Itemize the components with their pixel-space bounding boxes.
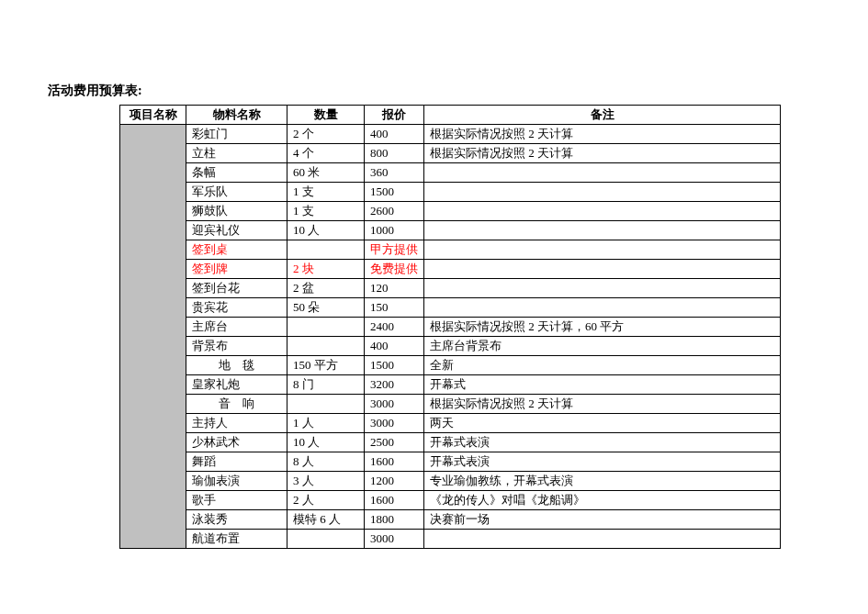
- remark-cell: [424, 298, 781, 318]
- remark-cell: [424, 183, 781, 202]
- budget-table: 项目名称 物料名称 数量 报价 备注 彩虹门2 个400根据实际情况按照 2 天…: [119, 105, 781, 549]
- price-cell: 1600: [365, 452, 424, 472]
- remark-cell: 专业瑜伽教练，开幕式表演: [424, 472, 781, 491]
- remark-cell: [424, 163, 781, 183]
- price-cell: 1500: [365, 356, 424, 375]
- qty-cell: 1 支: [287, 202, 365, 221]
- material-cell: 背景布: [186, 337, 287, 356]
- material-cell: 立柱: [186, 144, 287, 163]
- material-cell: 航道布置: [186, 530, 287, 549]
- remark-cell: 决赛前一场: [424, 510, 781, 530]
- table-row: 军乐队1 支1500: [120, 183, 781, 202]
- remark-cell: 开幕式表演: [424, 433, 781, 452]
- table-row: 主席台2400根据实际情况按照 2 天计算，60 平方: [120, 318, 781, 337]
- price-cell: 360: [365, 163, 424, 183]
- qty-cell: 8 人: [287, 452, 365, 472]
- material-cell: 地 毯: [186, 356, 287, 375]
- remark-cell: 两天: [424, 414, 781, 433]
- price-cell: 800: [365, 144, 424, 163]
- qty-cell: 10 人: [287, 433, 365, 452]
- table-row: 主持人1 人3000两天: [120, 414, 781, 433]
- table-row: 泳装秀模特 6 人1800决赛前一场: [120, 510, 781, 530]
- material-cell: 军乐队: [186, 183, 287, 202]
- price-cell: 400: [365, 125, 424, 144]
- price-cell: 1600: [365, 491, 424, 510]
- material-cell: 签到牌: [186, 260, 287, 279]
- table-row: 签到牌2 块免费提供: [120, 260, 781, 279]
- remark-cell: [424, 202, 781, 221]
- remark-cell: 开幕式: [424, 375, 781, 395]
- price-cell: 2600: [365, 202, 424, 221]
- price-cell: 1200: [365, 472, 424, 491]
- material-cell: 音 响: [186, 395, 287, 414]
- table-row: 地 毯150 平方1500全新: [120, 356, 781, 375]
- remark-cell: [424, 530, 781, 549]
- price-cell: 400: [365, 337, 424, 356]
- table-row: 音 响3000根据实际情况按照 2 天计算: [120, 395, 781, 414]
- material-cell: 泳装秀: [186, 510, 287, 530]
- qty-cell: 模特 6 人: [287, 510, 365, 530]
- table-row: 背景布400主席台背景布: [120, 337, 781, 356]
- qty-cell: 2 个: [287, 125, 365, 144]
- price-cell: 3000: [365, 414, 424, 433]
- table-row: 贵宾花50 朵150: [120, 298, 781, 318]
- remark-cell: [424, 279, 781, 298]
- table-row: 签到台花2 盆120: [120, 279, 781, 298]
- price-cell: 3000: [365, 530, 424, 549]
- table-row: 签到桌甲方提供: [120, 240, 781, 260]
- material-cell: 狮鼓队: [186, 202, 287, 221]
- qty-cell: [287, 337, 365, 356]
- material-cell: 瑜伽表演: [186, 472, 287, 491]
- remark-cell: 根据实际情况按照 2 天计算: [424, 144, 781, 163]
- qty-cell: 50 朵: [287, 298, 365, 318]
- qty-cell: 1 支: [287, 183, 365, 202]
- qty-cell: [287, 530, 365, 549]
- price-cell: 甲方提供: [365, 240, 424, 260]
- price-cell: 2500: [365, 433, 424, 452]
- table-row: 迎宾礼仪10 人1000: [120, 221, 781, 240]
- remark-cell: 开幕式表演: [424, 452, 781, 472]
- qty-cell: 60 米: [287, 163, 365, 183]
- remark-cell: 根据实际情况按照 2 天计算: [424, 395, 781, 414]
- table-row: 条幅60 米360: [120, 163, 781, 183]
- qty-cell: 8 门: [287, 375, 365, 395]
- remark-cell: 根据实际情况按照 2 天计算，60 平方: [424, 318, 781, 337]
- qty-cell: 2 盆: [287, 279, 365, 298]
- material-cell: 主持人: [186, 414, 287, 433]
- material-cell: 贵宾花: [186, 298, 287, 318]
- col-header-remark: 备注: [424, 106, 781, 125]
- price-cell: 免费提供: [365, 260, 424, 279]
- remark-cell: [424, 240, 781, 260]
- qty-cell: 3 人: [287, 472, 365, 491]
- material-cell: 迎宾礼仪: [186, 221, 287, 240]
- qty-cell: 150 平方: [287, 356, 365, 375]
- table-row: 狮鼓队1 支2600: [120, 202, 781, 221]
- table-row: 彩虹门2 个400根据实际情况按照 2 天计算: [120, 125, 781, 144]
- table-row: 舞蹈8 人1600开幕式表演: [120, 452, 781, 472]
- material-cell: 舞蹈: [186, 452, 287, 472]
- table-row: 皇家礼炮8 门3200开幕式: [120, 375, 781, 395]
- material-cell: 签到台花: [186, 279, 287, 298]
- col-header-material: 物料名称: [186, 106, 287, 125]
- material-cell: 条幅: [186, 163, 287, 183]
- table-row: 少林武术10 人2500开幕式表演: [120, 433, 781, 452]
- qty-cell: [287, 240, 365, 260]
- qty-cell: 2 块: [287, 260, 365, 279]
- table-header-row: 项目名称 物料名称 数量 报价 备注: [120, 106, 781, 125]
- project-name-cell: [120, 125, 186, 549]
- col-header-project: 项目名称: [120, 106, 186, 125]
- qty-cell: [287, 395, 365, 414]
- budget-table-body: 彩虹门2 个400根据实际情况按照 2 天计算立柱4 个800根据实际情况按照 …: [120, 125, 781, 549]
- page-title: 活动费用预算表:: [46, 83, 822, 99]
- material-cell: 彩虹门: [186, 125, 287, 144]
- qty-cell: 10 人: [287, 221, 365, 240]
- price-cell: 3000: [365, 395, 424, 414]
- remark-cell: [424, 221, 781, 240]
- material-cell: 皇家礼炮: [186, 375, 287, 395]
- material-cell: 少林武术: [186, 433, 287, 452]
- price-cell: 1500: [365, 183, 424, 202]
- remark-cell: [424, 260, 781, 279]
- table-row: 航道布置3000: [120, 530, 781, 549]
- qty-cell: 1 人: [287, 414, 365, 433]
- price-cell: 1800: [365, 510, 424, 530]
